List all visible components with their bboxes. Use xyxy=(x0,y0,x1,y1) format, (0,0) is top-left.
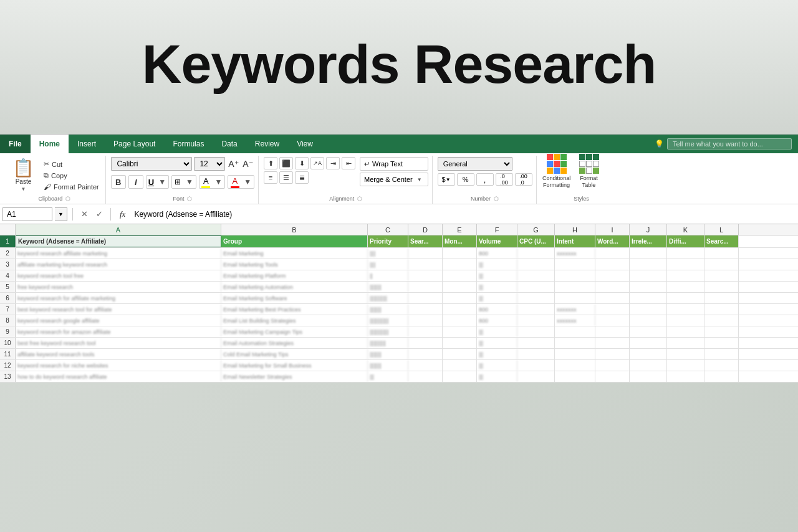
cell-K8[interactable] xyxy=(667,315,704,326)
cell-H1[interactable]: Intent xyxy=(555,235,595,247)
cell-A5[interactable]: free keyword research xyxy=(16,282,221,292)
cell-A4[interactable]: keyword research tool free xyxy=(16,270,221,281)
cell-E1[interactable]: Mon... xyxy=(443,235,477,247)
cell-F12[interactable]: ||| xyxy=(477,360,517,371)
cell-A7[interactable]: best keyword research tool for affiliate xyxy=(16,304,221,315)
cell-G8[interactable] xyxy=(517,315,555,326)
cell-L13[interactable] xyxy=(704,371,739,382)
cell-C9[interactable]: ||||||||||||| xyxy=(368,326,408,337)
cell-L7[interactable] xyxy=(704,304,739,315)
cell-F9[interactable]: ||| xyxy=(477,326,517,337)
col-header-H[interactable]: H xyxy=(555,224,595,235)
cell-J4[interactable] xyxy=(630,270,667,281)
cell-ref-dropdown[interactable]: ▼ xyxy=(55,207,67,221)
cell-A11[interactable]: affiliate keyword research tools xyxy=(16,349,221,359)
cell-H12[interactable] xyxy=(555,360,595,371)
cell-E8[interactable] xyxy=(443,315,477,326)
cell-B11[interactable]: Cold Email Marketing Tips xyxy=(221,349,368,359)
cell-J9[interactable] xyxy=(630,326,667,337)
cell-K12[interactable] xyxy=(667,360,704,371)
col-header-I[interactable]: I xyxy=(595,224,630,235)
copy-button[interactable]: Copy xyxy=(41,170,102,181)
wrap-text-button[interactable]: ↵ Wrap Text xyxy=(360,157,428,171)
cell-F5[interactable]: ||| xyxy=(477,282,517,292)
cell-G10[interactable] xyxy=(517,338,555,348)
bold-button[interactable]: B xyxy=(111,175,126,189)
number-format-select[interactable]: General Number Currency Percentage xyxy=(438,157,512,171)
increase-decimal-button[interactable]: .00.0 xyxy=(515,173,532,186)
fill-color-button[interactable]: A ▼ xyxy=(199,175,226,189)
cell-B4[interactable]: Email Marketing Platform xyxy=(221,270,368,281)
cell-L4[interactable] xyxy=(704,270,739,281)
cell-L11[interactable] xyxy=(704,349,739,359)
format-painter-button[interactable]: Format Painter xyxy=(41,181,102,192)
cell-I7[interactable] xyxy=(595,304,630,315)
cell-C4[interactable]: || xyxy=(368,270,408,281)
cell-B5[interactable]: Email Marketing Automation xyxy=(221,282,368,292)
cell-G11[interactable] xyxy=(517,349,555,359)
cell-D12[interactable] xyxy=(408,360,443,371)
tab-formulas[interactable]: Formulas xyxy=(164,135,213,153)
cell-C2[interactable]: |||| xyxy=(368,248,408,259)
cell-B7[interactable]: Email Marketing Best Practices xyxy=(221,304,368,315)
cell-K1[interactable]: Diffi... xyxy=(667,235,704,247)
number-expander[interactable]: ⬡ xyxy=(494,196,499,202)
cell-F6[interactable]: ||| xyxy=(477,293,517,303)
cell-K7[interactable] xyxy=(667,304,704,315)
cell-H13[interactable] xyxy=(555,371,595,382)
clipboard-expander[interactable]: ⬡ xyxy=(65,196,70,202)
cell-A12[interactable]: keyword research for niche websites xyxy=(16,360,221,371)
cell-D1[interactable]: Sear... xyxy=(408,235,443,247)
font-size-select[interactable]: 12 xyxy=(194,157,225,171)
underline-button[interactable]: U ▼ xyxy=(146,175,169,189)
cell-C10[interactable]: ||||||||||| xyxy=(368,338,408,348)
cell-J1[interactable]: Irrele... xyxy=(630,235,667,247)
cell-L2[interactable] xyxy=(704,248,739,259)
cell-C7[interactable]: |||||||| xyxy=(368,304,408,315)
align-middle-button[interactable]: ⬛ xyxy=(279,157,293,169)
indent-increase-button[interactable]: ⇥ xyxy=(326,157,340,169)
cell-E2[interactable] xyxy=(443,248,477,259)
cell-J7[interactable] xyxy=(630,304,667,315)
cell-J2[interactable] xyxy=(630,248,667,259)
cancel-formula-button[interactable]: ✕ xyxy=(78,208,90,221)
cell-B9[interactable]: Email Marketing Campaign Tips xyxy=(221,326,368,337)
cell-H8[interactable]: xxxxxxx xyxy=(555,315,595,326)
conditional-formatting-button[interactable]: ConditionalFormatting xyxy=(542,161,572,191)
cell-J12[interactable] xyxy=(630,360,667,371)
cell-H7[interactable]: xxxxxxx xyxy=(555,304,595,315)
cell-K9[interactable] xyxy=(667,326,704,337)
cell-K4[interactable] xyxy=(667,270,704,281)
cell-K5[interactable] xyxy=(667,282,704,292)
cell-D11[interactable] xyxy=(408,349,443,359)
cell-F2[interactable]: 800 xyxy=(477,248,517,259)
cell-D6[interactable] xyxy=(408,293,443,303)
align-bottom-button[interactable]: ⬇ xyxy=(295,157,309,169)
cell-A6[interactable]: keyword research for affiliate marketing xyxy=(16,293,221,303)
cell-B6[interactable]: Email Marketing Software xyxy=(221,293,368,303)
cell-H3[interactable] xyxy=(555,259,595,270)
percent-button[interactable]: % xyxy=(457,173,474,186)
cell-H10[interactable] xyxy=(555,338,595,348)
tab-data[interactable]: Data xyxy=(213,135,246,153)
cell-K13[interactable] xyxy=(667,371,704,382)
font-color-button[interactable]: A ▼ xyxy=(228,175,254,189)
cell-L9[interactable] xyxy=(704,326,739,337)
cell-F4[interactable]: ||| xyxy=(477,270,517,281)
tab-view[interactable]: View xyxy=(288,135,322,153)
cell-G6[interactable] xyxy=(517,293,555,303)
cell-G3[interactable] xyxy=(517,259,555,270)
cell-D4[interactable] xyxy=(408,270,443,281)
cell-I11[interactable] xyxy=(595,349,630,359)
font-name-select[interactable]: Calibri xyxy=(111,157,192,171)
tab-insert[interactable]: Insert xyxy=(69,135,105,153)
cell-E13[interactable] xyxy=(443,371,477,382)
cell-J8[interactable] xyxy=(630,315,667,326)
col-header-F[interactable]: F xyxy=(477,224,517,235)
cell-I8[interactable] xyxy=(595,315,630,326)
cut-button[interactable]: Cut xyxy=(41,159,102,169)
cell-I2[interactable] xyxy=(595,248,630,259)
cell-I10[interactable] xyxy=(595,338,630,348)
cell-L3[interactable] xyxy=(704,259,739,270)
cell-H11[interactable] xyxy=(555,349,595,359)
